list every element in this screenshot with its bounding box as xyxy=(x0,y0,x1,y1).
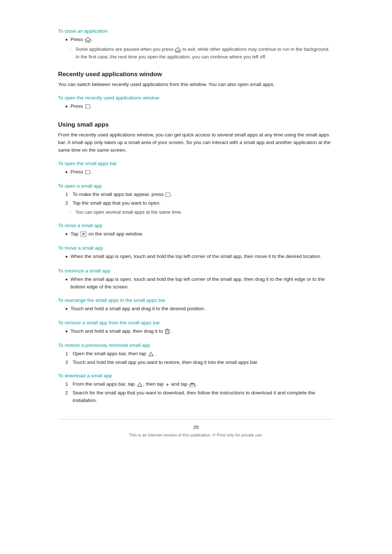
download-small-app-subsection: To download a small app 1 From the small… xyxy=(58,373,334,405)
small-apps-section: Using small apps From the recently used … xyxy=(58,121,334,405)
note-indicator: · xyxy=(70,209,73,216)
restore-small-app-step-2-text: Touch and hold the small app you want to… xyxy=(73,359,258,366)
rearrange-small-apps-bullet-text: Touch and hold a small app and drag it t… xyxy=(70,305,205,313)
recent-apps-icon-2 xyxy=(85,170,90,174)
open-small-apps-bar-subsection: To open the small apps bar • Press . xyxy=(58,161,334,177)
download-small-app-step-2-text: Search for the small app that you want t… xyxy=(73,389,334,405)
open-small-app-list: 1 To make the small apps bar appear, pre… xyxy=(65,191,334,207)
open-small-app-step-1: 1 To make the small apps bar appear, pre… xyxy=(65,191,334,198)
step-number: 1 xyxy=(65,350,73,358)
svg-marker-10 xyxy=(138,383,142,386)
open-small-app-step-2-text: Tap the small app that you want to open. xyxy=(73,200,160,207)
small-apps-body: From the recently used applications wind… xyxy=(58,131,334,154)
svg-marker-0 xyxy=(85,37,91,42)
page-number: 20 xyxy=(58,424,334,430)
bullet-dot: • xyxy=(65,36,68,44)
close-app-note-text: Some applications are paused when you pr… xyxy=(75,46,334,60)
restore-small-app-list: 1 Open the small apps bar, then tap . 2 … xyxy=(65,350,334,366)
minimize-small-app-bullet-text: When the small app is open, touch and ho… xyxy=(70,276,334,291)
rearrange-small-apps-subsection: To rearrange the small apps in the small… xyxy=(58,297,334,313)
step-number: 2 xyxy=(65,359,73,366)
open-small-app-subsection: To open a small app 1 To make the small … xyxy=(58,183,334,216)
remove-small-app-bullet-text: Touch and hold a small app, then drag it… xyxy=(70,328,172,335)
up-arrow-icon xyxy=(148,352,154,357)
minimize-small-app-bullet: • When the small app is open, touch and … xyxy=(65,276,334,291)
close-small-app-bullet: • Tap on the small app window. xyxy=(65,230,334,239)
download-small-app-subheading: To download a small app xyxy=(58,373,334,378)
recently-used-section: Recently used applications window You ca… xyxy=(58,71,334,111)
trash-icon xyxy=(165,328,170,334)
download-small-app-step-1-text: From the small apps bar, tap , then tap … xyxy=(73,381,197,388)
recent-apps-icon xyxy=(85,104,90,108)
close-app-bullet-text: Press . xyxy=(70,36,92,44)
step-number: 1 xyxy=(65,381,73,388)
move-small-app-bullet-text: When the small app is open, touch and ho… xyxy=(70,253,321,260)
restore-small-app-step-1-text: Open the small apps bar, then tap . xyxy=(73,350,156,358)
step-number: 1 xyxy=(65,191,73,198)
minimize-small-app-subheading: To minimize a small app xyxy=(58,268,334,274)
move-small-app-subsection: To move a small app • When the small app… xyxy=(58,245,334,261)
remove-small-app-bullet: • Touch and hold a small app, then drag … xyxy=(65,328,334,336)
recently-used-body: You can switch between recently used app… xyxy=(58,81,334,89)
recently-used-heading: Recently used applications window xyxy=(58,71,334,78)
close-app-subheading: To close an application xyxy=(58,28,334,34)
note-indicator: · xyxy=(70,46,73,53)
close-x-icon xyxy=(81,231,86,237)
rearrange-small-apps-subheading: To rearrange the small apps in the small… xyxy=(58,297,334,303)
up-arrow-icon-2 xyxy=(137,382,143,387)
restore-small-app-step-2: 2 Touch and hold the small app you want … xyxy=(65,359,334,366)
open-small-apps-bar-bullet-text: Press . xyxy=(70,168,92,176)
home-icon xyxy=(85,37,91,42)
open-small-app-step-1-text: To make the small apps bar appear, press… xyxy=(73,191,172,198)
bullet-dot: • xyxy=(65,276,68,284)
bullet-dot: • xyxy=(65,230,68,239)
step-number: 2 xyxy=(65,389,73,397)
bullet-dot: • xyxy=(65,328,68,336)
recently-used-bullet-text: Press . xyxy=(70,103,92,110)
restore-small-app-step-1: 1 Open the small apps bar, then tap . xyxy=(65,350,334,358)
download-small-app-list: 1 From the small apps bar, tap , then ta… xyxy=(65,381,334,405)
move-small-app-subheading: To move a small app xyxy=(58,245,334,251)
open-small-app-note: · You can open several small apps at the… xyxy=(70,209,334,216)
footer-note: This is an Internet version of this publ… xyxy=(58,433,334,437)
open-small-app-subheading: To open a small app xyxy=(58,183,334,189)
small-apps-heading: Using small apps xyxy=(58,121,334,128)
remove-small-app-subheading: To remove a small app from the small app… xyxy=(58,320,334,325)
download-small-app-step-1: 1 From the small apps bar, tap , then ta… xyxy=(65,381,334,388)
svg-marker-9 xyxy=(149,352,153,356)
close-app-section: To close an application • Press . · Some… xyxy=(58,28,334,61)
svg-rect-11 xyxy=(190,384,195,387)
bullet-dot: • xyxy=(65,253,68,261)
plus-icon: + xyxy=(166,382,169,387)
close-app-note: · Some applications are paused when you … xyxy=(70,46,334,60)
bullet-dot: • xyxy=(65,103,68,111)
close-app-bullet: • Press . xyxy=(65,36,334,44)
close-small-app-subsection: To close a small app • Tap on the small … xyxy=(58,223,334,239)
open-small-apps-bar-bullet: • Press . xyxy=(65,168,334,177)
bullet-dot: • xyxy=(65,305,68,313)
restore-small-app-subheading: To restore a previously removed small ap… xyxy=(58,342,334,348)
rearrange-small-apps-bullet: • Touch and hold a small app and drag it… xyxy=(65,305,334,313)
page-content: To close an application • Press . · Some… xyxy=(58,0,334,554)
close-small-app-bullet-text: Tap on the small app window. xyxy=(70,230,143,238)
move-small-app-bullet: • When the small app is open, touch and … xyxy=(65,253,334,261)
bullet-dot: • xyxy=(65,168,68,177)
home-icon-note xyxy=(175,47,181,53)
store-icon xyxy=(189,382,195,387)
recently-used-bullet: • Press . xyxy=(65,103,334,111)
recent-apps-icon-3 xyxy=(166,193,170,197)
svg-marker-1 xyxy=(175,48,181,52)
download-small-app-step-2: 2 Search for the small app that you want… xyxy=(65,389,334,405)
close-small-app-subheading: To close a small app xyxy=(58,223,334,228)
step-number: 2 xyxy=(65,200,73,207)
restore-small-app-subsection: To restore a previously removed small ap… xyxy=(58,342,334,366)
open-small-apps-bar-subheading: To open the small apps bar xyxy=(58,161,334,166)
open-small-app-note-text: You can open several small apps at the s… xyxy=(75,209,182,216)
page-footer: 20 This is an Internet version of this p… xyxy=(58,419,334,437)
remove-small-app-subsection: To remove a small app from the small app… xyxy=(58,320,334,336)
minimize-small-app-subsection: To minimize a small app • When the small… xyxy=(58,268,334,291)
recently-used-subheading: To open the recently used applications w… xyxy=(58,95,334,100)
svg-rect-4 xyxy=(166,330,169,334)
open-small-app-step-2: 2 Tap the small app that you want to ope… xyxy=(65,200,334,207)
